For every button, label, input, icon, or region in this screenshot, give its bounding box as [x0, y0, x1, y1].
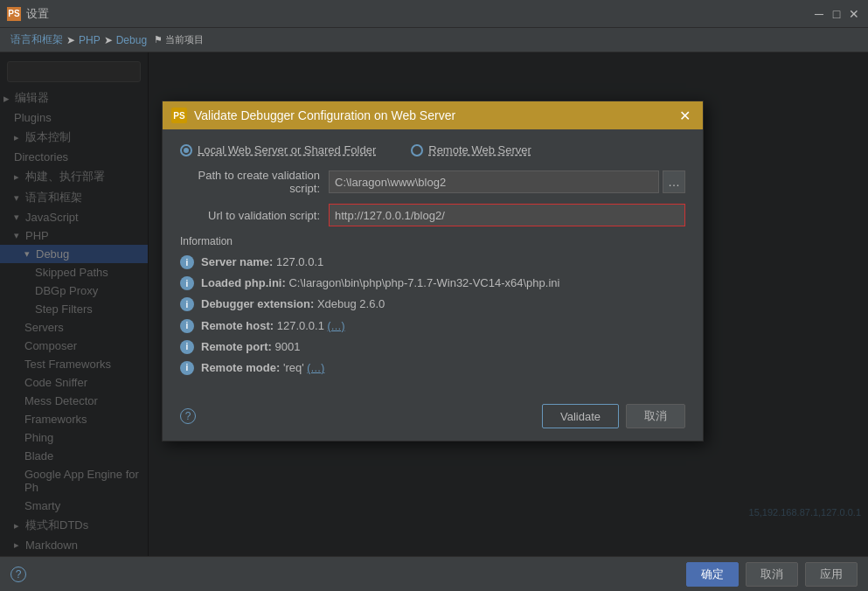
- info-label-debugger: Debugger extension:: [201, 297, 314, 310]
- path-label: Path to create validation script:: [180, 169, 329, 195]
- path-input[interactable]: [329, 170, 659, 193]
- info-value-remote-host: 127.0.0.1: [277, 319, 324, 332]
- url-label: Url to validation script:: [180, 209, 329, 222]
- info-label-remote-port: Remote port:: [201, 340, 272, 353]
- dialog-footer: ? Validate 取消: [163, 395, 703, 441]
- info-value-debugger: Xdebug 2.6.0: [317, 297, 385, 310]
- path-browse-button[interactable]: …: [663, 170, 685, 193]
- info-value-remote-mode: 'req': [283, 361, 304, 374]
- remote-mode-link[interactable]: (…): [307, 362, 324, 374]
- app-icon: PS: [7, 7, 21, 21]
- info-icon-4: i: [180, 319, 194, 333]
- info-label-phpini: Loaded php.ini:: [201, 276, 286, 289]
- current-project-tag: ⚑ 当前项目: [154, 33, 204, 46]
- dialog-title: Validate Debugger Configuration on Web S…: [194, 108, 676, 122]
- content-area: 编辑器 Plugins ▸ 版本控制 Directories ▸ 构建、执行部署…: [0, 52, 868, 556]
- info-value-phpini: C:\laragon\bin\php\php-7.1.7-Win32-VC14-…: [288, 276, 559, 289]
- info-value-remote-port: 9001: [275, 340, 301, 353]
- remote-host-link[interactable]: (…): [328, 320, 345, 332]
- breadcrumb-part1[interactable]: 语言和框架: [10, 32, 63, 47]
- radio-row: Local Web Server or Shared Folder Remote…: [180, 143, 685, 156]
- info-section: Information i Server name: 127.0.0.1 i: [180, 235, 685, 376]
- info-icon-2: i: [180, 276, 194, 290]
- main-help-icon[interactable]: ?: [10, 567, 26, 582]
- breadcrumb-part3[interactable]: Debug: [116, 34, 147, 46]
- radio-local[interactable]: Local Web Server or Shared Folder: [180, 143, 376, 156]
- window-title: 设置: [26, 6, 812, 22]
- info-row-debugger: i Debugger extension: Xdebug 2.6.0: [180, 296, 685, 312]
- help-icon[interactable]: ?: [180, 408, 196, 424]
- modal-overlay: PS Validate Debugger Configuration on We…: [0, 52, 868, 556]
- close-button[interactable]: ✕: [847, 7, 861, 21]
- info-icon-6: i: [180, 361, 194, 375]
- dialog-body: Local Web Server or Shared Folder Remote…: [163, 129, 703, 395]
- dialog-ps-icon: PS: [171, 108, 187, 123]
- cancel-button[interactable]: 取消: [746, 562, 798, 587]
- info-icon-3: i: [180, 297, 194, 311]
- window-controls: ─ □ ✕: [812, 7, 861, 21]
- info-label-remote-host: Remote host:: [201, 319, 274, 332]
- info-icon-5: i: [180, 340, 194, 354]
- info-row-phpini: i Loaded php.ini: C:\laragon\bin\php\php…: [180, 275, 685, 291]
- info-label-remote-mode: Remote mode:: [201, 361, 280, 374]
- radio-circle-local: [180, 144, 192, 156]
- info-row-remote-host: i Remote host: 127.0.0.1 (…): [180, 318, 685, 334]
- info-icon-1: i: [180, 255, 194, 269]
- radio-circle-remote: [411, 144, 423, 156]
- dialog-footer-left: ?: [180, 408, 535, 424]
- radio-remote[interactable]: Remote Web Server: [411, 143, 531, 156]
- bottom-bar-left: ?: [10, 567, 679, 582]
- maximize-button[interactable]: □: [830, 7, 844, 21]
- dialog-cancel-button[interactable]: 取消: [626, 404, 685, 428]
- dialog: PS Validate Debugger Configuration on We…: [162, 101, 704, 442]
- breadcrumb: 语言和框架 ➤ PHP ➤ Debug ⚑ 当前项目: [0, 28, 868, 52]
- info-label-server: Server name:: [201, 255, 273, 268]
- minimize-button[interactable]: ─: [812, 7, 826, 21]
- info-section-title: Information: [180, 235, 685, 247]
- dialog-close-button[interactable]: ✕: [676, 106, 694, 126]
- title-bar: PS 设置 ─ □ ✕: [0, 0, 868, 28]
- info-value-server: 127.0.0.1: [276, 255, 323, 268]
- url-input[interactable]: [329, 204, 685, 226]
- path-form-row: Path to create validation script: …: [180, 169, 685, 195]
- info-row-server-name: i Server name: 127.0.0.1: [180, 254, 685, 270]
- path-input-wrap: …: [329, 170, 685, 193]
- validate-button[interactable]: Validate: [542, 404, 619, 428]
- url-input-wrap: [329, 204, 685, 226]
- info-row-remote-mode: i Remote mode: 'req' (…): [180, 360, 685, 376]
- breadcrumb-part2[interactable]: PHP: [79, 34, 101, 46]
- url-form-row: Url to validation script:: [180, 204, 685, 226]
- main-window: PS 设置 ─ □ ✕ 语言和框架 ➤ PHP ➤ Debug ⚑ 当前项目 编…: [0, 0, 868, 591]
- dialog-title-bar: PS Validate Debugger Configuration on We…: [163, 101, 703, 129]
- apply-button[interactable]: 应用: [805, 562, 858, 587]
- radio-remote-label: Remote Web Server: [428, 143, 531, 156]
- bottom-bar: ? 确定 取消 应用: [0, 556, 868, 591]
- radio-local-label: Local Web Server or Shared Folder: [198, 143, 376, 156]
- ok-button[interactable]: 确定: [686, 562, 739, 587]
- info-row-remote-port: i Remote port: 9001: [180, 339, 685, 355]
